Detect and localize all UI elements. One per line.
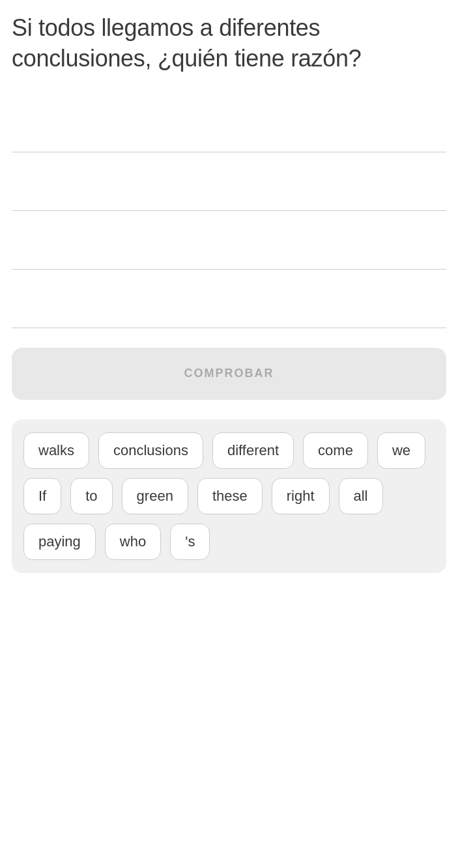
word-chip[interactable]: conclusions [98,432,203,469]
word-chip[interactable]: right [272,478,330,514]
answer-slot-2[interactable] [12,152,446,211]
comprobar-button[interactable]: COMPROBAR [12,348,446,400]
answer-slot-1[interactable] [12,94,446,152]
word-chip[interactable]: we [377,432,425,469]
word-chip[interactable]: walks [23,432,89,469]
word-chip[interactable]: green [122,478,188,514]
word-chip[interactable]: these [197,478,263,514]
word-chip[interactable]: come [303,432,368,469]
word-chip[interactable]: different [212,432,294,469]
word-chip[interactable]: paying [23,524,96,560]
word-chip[interactable]: all [339,478,383,514]
word-chip[interactable]: If [23,478,61,514]
word-chip[interactable]: to [70,478,112,514]
question-text: Si todos llegamos a diferentes conclusio… [12,13,446,74]
answer-slot-4[interactable] [12,270,446,328]
answer-slots [12,94,446,328]
answer-slot-3[interactable] [12,211,446,270]
word-bank: walksconclusionsdifferentcomeweIftogreen… [12,419,446,573]
word-chip[interactable]: 's [170,524,210,560]
word-chip[interactable]: who [105,524,161,560]
